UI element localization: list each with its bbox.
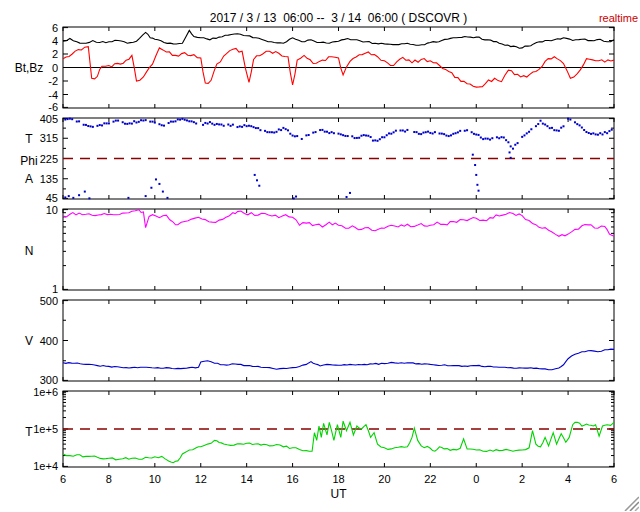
svg-text:1: 1 <box>52 283 58 295</box>
svg-text:0: 0 <box>473 473 479 485</box>
svg-text:10: 10 <box>46 204 58 216</box>
svg-text:315: 315 <box>40 132 58 144</box>
chart-canvas: 6420-2-4-6405315225135451015004003001e+6… <box>0 0 640 512</box>
svg-text:-4: -4 <box>48 89 58 101</box>
svg-text:500: 500 <box>40 295 58 307</box>
x-axis-label: UT <box>63 487 614 501</box>
svg-text:300: 300 <box>40 374 58 386</box>
svg-text:18: 18 <box>332 473 344 485</box>
svg-text:20: 20 <box>378 473 390 485</box>
svg-text:16: 16 <box>286 473 298 485</box>
svg-text:2: 2 <box>519 473 525 485</box>
svg-text:45: 45 <box>46 192 58 204</box>
svg-text:22: 22 <box>424 473 436 485</box>
svg-text:1e+4: 1e+4 <box>33 460 58 472</box>
svg-text:14: 14 <box>241 473 253 485</box>
svg-text:225: 225 <box>40 153 58 165</box>
svg-text:10: 10 <box>149 473 161 485</box>
svg-text:4: 4 <box>565 473 571 485</box>
svg-text:6: 6 <box>52 22 58 34</box>
svg-text:1e+5: 1e+5 <box>33 423 58 435</box>
resize-grip-icon[interactable] <box>621 493 639 511</box>
svg-text:400: 400 <box>40 335 58 347</box>
svg-text:135: 135 <box>40 173 58 185</box>
svg-text:0: 0 <box>52 62 58 74</box>
svg-text:6: 6 <box>611 473 617 485</box>
svg-text:2: 2 <box>52 48 58 60</box>
svg-text:1e+6: 1e+6 <box>33 386 58 398</box>
plot-window: 2017 / 3 / 13 06:00 -- 3 / 14 06:00 ( DS… <box>0 0 640 512</box>
svg-text:-2: -2 <box>48 75 58 87</box>
svg-text:405: 405 <box>40 113 58 125</box>
svg-text:12: 12 <box>195 473 207 485</box>
svg-text:6: 6 <box>60 473 66 485</box>
svg-text:8: 8 <box>106 473 112 485</box>
svg-text:-6: -6 <box>48 101 58 113</box>
svg-text:4: 4 <box>52 35 58 47</box>
